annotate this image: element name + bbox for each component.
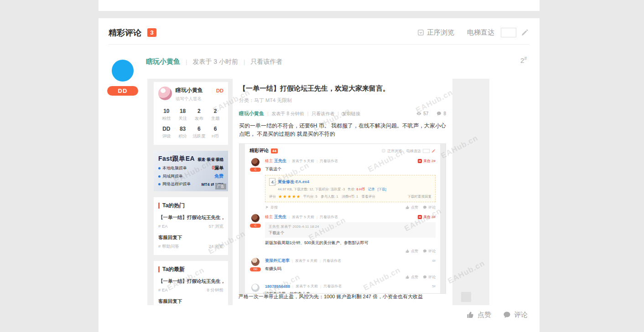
latest-post-item: 客服回复下 # 帮助问答3 小时前 (158, 298, 223, 305)
inner-floor: 5# (432, 285, 436, 288)
order-browse-label: 正序浏览 (427, 28, 454, 37)
ad-row-label: 本地电脑跟单 (158, 165, 187, 171)
profile-stats: 10粉丝 18关注 2发布 2主题 DD评级 83积分 6活跃度 6H币 (158, 108, 223, 139)
avatar[interactable] (112, 60, 134, 82)
separator: | (289, 215, 290, 219)
embed-main-column: 【一单一结】打假论坛王先生，欢迎大家来留言。 分类：马丁 MT4 无限制 瞎玩小… (233, 79, 452, 305)
inner-comment-footer: 点赞 评论 (265, 275, 436, 280)
comment-count-badge: 3 (147, 28, 156, 37)
hot-post-item: 客服回复下 # 帮助问答24 浏览 (158, 235, 223, 250)
separator: | (292, 284, 293, 288)
ad-top: Fast跟单EA 极速·极省·极稳 (158, 155, 223, 163)
price-value: 6 H币 (356, 187, 365, 191)
inner-comment-button: 评论 (423, 275, 436, 280)
inner-comment: DD 资深外汇老李 | 发表于 6 天前 | 只看该作者 4# (249, 258, 436, 280)
inner-author: 18078556488 (265, 284, 290, 289)
comment-icon (503, 311, 511, 319)
elevator-label: 电梯直达 (467, 28, 494, 37)
nested-order-browse: 正序浏览 (387, 148, 402, 153)
latest-post-title: 【一单一结】打假论坛王先生，欢迎... (158, 278, 223, 285)
inner-avatar-col: C (249, 214, 261, 254)
previous-card-edge (99, 0, 540, 11)
nested-elevator-input (423, 149, 430, 153)
latest-posts-card: Ta的最新 【一单一结】打假论坛王先生，欢迎... # EA8 分钟前 客服回复… (154, 261, 228, 305)
inner-comment: D 18078556488 | 发表于 6 天前 | 只看该作者 5# (249, 284, 436, 293)
footer-actions: 点赞 评论 (405, 275, 436, 280)
embed-post-stats: 57 8 (416, 111, 446, 116)
elevator-control: 电梯直达 (467, 28, 529, 37)
stat-value: 6 (207, 126, 223, 132)
inner-like-button: 点赞 (405, 275, 418, 280)
stat-label: H币 (207, 133, 223, 139)
nested-title: 精彩评论 (249, 148, 269, 154)
latest-post-meta: # EA8 分钟前 (158, 287, 223, 293)
separator: | (320, 284, 321, 288)
author-link[interactable]: 瞎玩小黄鱼 (146, 57, 180, 66)
stat-value: 6 (191, 126, 208, 132)
profile-name: 瞎玩小黄鱼 (176, 87, 203, 94)
stat-label: 关注 (175, 116, 191, 122)
stat: 2主题 (207, 108, 223, 122)
stat-label: 积分 (175, 133, 191, 139)
post-tag: # EA (158, 287, 168, 293)
elevator-go-icon[interactable] (521, 29, 529, 36)
separator: | (289, 159, 290, 163)
download-link: [下载] (378, 187, 386, 191)
accent-bar (158, 266, 160, 272)
inner-avatar (251, 258, 260, 266)
inner-avatar-col: DD (249, 258, 261, 280)
stat-value: 18 (175, 108, 191, 114)
nested-header: 精彩评论 44 正序浏览 电梯直达 (249, 148, 436, 154)
inner-comment: C 楼主 王先生 | 发表于 5 天前 | 只看该作者 (249, 214, 436, 254)
order-browse-icon (417, 29, 424, 36)
stat-value: 2 (191, 108, 208, 114)
ad-subtitle: 极速·极省·极稳 (197, 157, 223, 163)
inner-author-row: 资深外汇老李 | 发表于 6 天前 | 只看该作者 4# (265, 258, 436, 264)
inner-comment: C 楼主 王先生 | 发表于 5 天前 | 只看该作者 (249, 158, 436, 210)
inner-level-badge: DD (250, 267, 261, 271)
bullet-icon (158, 167, 161, 169)
file-icon: 4 (269, 178, 275, 186)
ad-row-text: 局域网跟单 (162, 174, 183, 179)
like-icon (405, 205, 410, 209)
download-note: 下载时直接回复 (408, 194, 432, 199)
like-button[interactable]: 点赞 (467, 311, 491, 319)
from-text: 来自 2# (423, 158, 436, 163)
separator: | (267, 111, 269, 116)
embed-copy-link: 复制链接 (342, 111, 360, 117)
post-screenshot-image[interactable]: EAHub.cn EAHub.cn EAHub.cn EAHub.cn EAHu… (147, 79, 489, 305)
report-button: 举报 (265, 205, 278, 210)
stat: 6H币 (207, 126, 223, 139)
from-floor-badge: 来自 3# (418, 215, 436, 220)
ad-row-label: 网络远程IP跟单 (158, 181, 191, 187)
bullet-icon (158, 183, 161, 185)
elevator-input[interactable] (501, 28, 516, 37)
inner-author: 王先生 (274, 214, 286, 220)
ad-row-text: 网络远程IP跟单 (162, 181, 191, 187)
rating-stars: ★★★★★ (278, 194, 301, 199)
floor-link[interactable]: 2# (520, 56, 527, 64)
comment-button[interactable]: 评论 (503, 311, 528, 319)
inner-comment-body: 资深外汇老李 | 发表于 6 天前 | 只看该作者 4# 有赚头吗 (265, 258, 436, 280)
hot-posts-title: Ta的热门 (162, 202, 185, 209)
profile-level: DD (216, 88, 223, 93)
user-level-badge: DD (107, 86, 138, 96)
inner-only-author: 只看该作者 (323, 284, 342, 289)
quote-header: 王先生 发表于 2026-4-11 18:24 (269, 224, 432, 229)
report-flag-icon (265, 205, 269, 209)
inner-level-badge: C (250, 168, 261, 172)
from-text: 来自 3# (423, 215, 436, 220)
inner-level-badge: C (250, 224, 261, 228)
inner-posted: 发表于 5 天前 (292, 158, 314, 163)
ad-row-value: 免费 (214, 173, 223, 179)
separator: | (307, 111, 309, 116)
only-author-link[interactable]: 只看该作者 (250, 58, 282, 66)
embed-post-author-row: 瞎玩小黄鱼 | 发表于 8 分钟前 | 只看该作者 | 复制链接 57 8 (239, 110, 446, 117)
order-browse-button[interactable]: 正序浏览 (417, 28, 454, 37)
separator: | (317, 159, 317, 163)
from-icon (418, 215, 422, 219)
price-label: 售价: (348, 187, 355, 191)
posted-time: 发表于 3 小时前 (192, 58, 238, 66)
comments-header-left: 精彩评论 3 (109, 27, 156, 38)
hot-post-meta: # 帮助问答24 浏览 (158, 244, 223, 250)
